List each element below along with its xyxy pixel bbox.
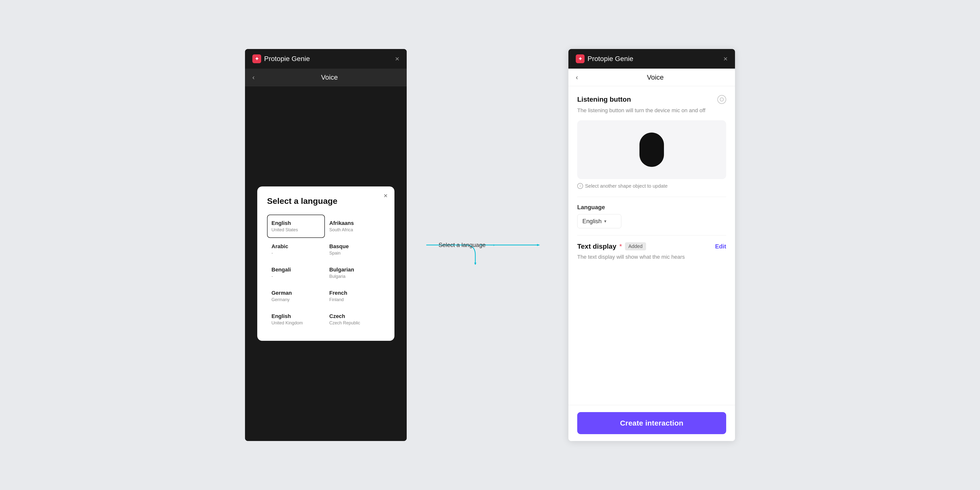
lang-item-bengali[interactable]: Bengali - [267, 261, 325, 285]
svg-marker-0 [474, 262, 476, 265]
hint-area: i Select another shape object to update [577, 183, 726, 189]
dropdown-arrow-icon: ▾ [604, 218, 606, 224]
mic-shape [640, 132, 664, 167]
required-star: * [619, 243, 622, 250]
added-badge: Added [625, 242, 646, 250]
connector-arrow: → [489, 241, 496, 249]
right-close-button[interactable]: × [723, 55, 728, 62]
lang-item-arabic[interactable]: Arabic - [267, 238, 325, 261]
listening-button-header: Listening button [577, 95, 726, 104]
right-nav-back[interactable]: ‹ [576, 73, 578, 81]
text-display-desc: The text display will show what the mic … [577, 253, 726, 261]
left-titlebar: ✦ Protopie Genie × [245, 49, 407, 68]
right-panel: ✦ Protopie Genie × ‹ Voice Listening but… [568, 49, 735, 441]
modal-title: Select a language [267, 196, 385, 206]
text-display-header: Text display * Added Edit [577, 242, 726, 250]
language-section: Language English ▾ [577, 204, 726, 228]
language-select-modal: × Select a language English United State… [257, 186, 395, 341]
language-list: English United States Afrikaans South Af… [267, 215, 385, 331]
text-display-title: Text display [577, 243, 616, 250]
left-nav-back[interactable]: ‹ [252, 73, 255, 81]
connector-label: Select a language → [439, 241, 496, 249]
left-nav: ‹ Voice [245, 68, 407, 86]
language-dropdown[interactable]: English ▾ [577, 214, 621, 228]
lang-item-afrikaans[interactable]: Afrikaans South Africa [325, 215, 383, 238]
lang-item-czech[interactable]: Czech Czech Republic [325, 308, 383, 331]
right-nav: ‹ Voice [568, 68, 735, 86]
left-panel-content: × Select a language English United State… [245, 86, 407, 441]
hint-text: Select another shape object to update [585, 183, 668, 189]
connector-label-text: Select a language [439, 242, 485, 248]
right-panel-content: Listening button The listening button wi… [568, 86, 735, 405]
language-label: Language [577, 204, 726, 211]
protopie-logo-right: ✦ [576, 54, 585, 63]
lang-item-bulgarian[interactable]: Bulgarian Bulgaria [325, 261, 383, 285]
divider-1 [577, 197, 726, 197]
edit-button[interactable]: Edit [715, 243, 726, 250]
svg-marker-1 [537, 244, 540, 246]
protopie-logo-left: ✦ [252, 54, 261, 63]
lang-item-french[interactable]: French Finland [325, 285, 383, 308]
left-close-button[interactable]: × [395, 55, 399, 62]
create-interaction-button[interactable]: Create interaction [577, 412, 726, 434]
language-selected-value: English [582, 218, 602, 225]
left-nav-title: Voice [259, 73, 399, 81]
divider-2 [577, 235, 726, 235]
lang-item-basque[interactable]: Basque Spain [325, 238, 383, 261]
listening-button-desc: The listening button will turn the devic… [577, 106, 726, 115]
right-nav-title: Voice [583, 73, 728, 81]
lang-item-english-uk[interactable]: English United Kingdom [267, 308, 325, 331]
connector-wrapper: Select a language → [426, 225, 549, 265]
left-panel-title: Protopie Genie [264, 55, 310, 63]
listening-button-title: Listening button [577, 95, 631, 103]
hint-icon: i [577, 183, 583, 189]
right-panel-title: Protopie Genie [587, 55, 633, 63]
target-icon[interactable] [718, 95, 726, 104]
modal-close-button[interactable]: × [384, 192, 388, 199]
left-panel: ✦ Protopie Genie × ‹ Voice × Select a la… [245, 49, 407, 441]
right-title-group: ✦ Protopie Genie [576, 54, 633, 63]
listening-button-preview [577, 120, 726, 179]
lang-item-german[interactable]: German Germany [267, 285, 325, 308]
text-display-section: Text display * Added Edit The text displ… [577, 242, 726, 261]
right-titlebar: ✦ Protopie Genie × [568, 49, 735, 68]
modal-overlay: × Select a language English United State… [245, 86, 407, 441]
left-title-group: ✦ Protopie Genie [252, 54, 310, 63]
create-btn-area: Create interaction [568, 405, 735, 441]
lang-item-english-us[interactable]: English United States [267, 215, 325, 238]
